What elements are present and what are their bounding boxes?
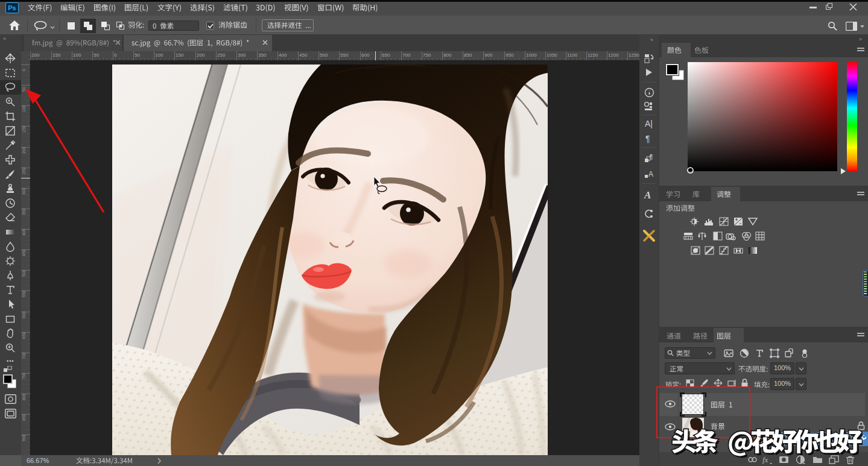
svg-text:A: A (644, 189, 651, 201)
svg-text:A: A (648, 170, 653, 178)
svg-text:¶: ¶ (650, 154, 653, 160)
svg-text:A|: A| (645, 119, 653, 128)
svg-text:¶: ¶ (645, 134, 650, 143)
